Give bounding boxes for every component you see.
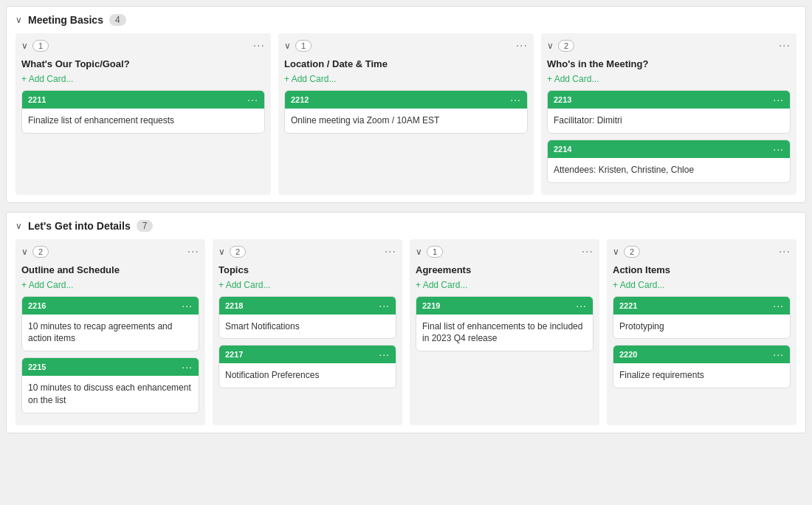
card-menu-icon[interactable]: ··· — [182, 300, 193, 312]
column-count-badge: 1 — [32, 40, 49, 52]
card-menu-icon[interactable]: ··· — [510, 94, 521, 106]
card-header: 2217··· — [219, 346, 396, 363]
add-card-button[interactable]: + Add Card... — [613, 280, 791, 290]
column-chevron-icon[interactable]: ∨ — [21, 247, 28, 257]
card-menu-icon[interactable]: ··· — [773, 94, 784, 106]
card-menu-icon[interactable]: ··· — [773, 300, 784, 312]
column-header: ∨2··· — [613, 245, 791, 258]
card-id: 2220 — [619, 350, 637, 359]
section-header-meeting-basics: ∨Meeting Basics4 — [16, 14, 796, 26]
card-header: 2221··· — [613, 297, 790, 315]
add-card-button[interactable]: + Add Card... — [21, 280, 199, 290]
column-chevron-icon[interactable]: ∨ — [21, 41, 28, 51]
column-menu-icon[interactable]: ··· — [779, 39, 791, 52]
column-chevron-icon[interactable]: ∨ — [416, 247, 422, 257]
section-lets-get-details: ∨Let's Get into Details7∨2···Outline and… — [6, 212, 806, 433]
card: 2218···Smart Notifications — [219, 296, 396, 340]
card-body: 10 minutes to recap agreements and actio… — [22, 315, 199, 351]
column-menu-icon[interactable]: ··· — [516, 39, 528, 52]
card-body: Facilitator: Dimitri — [548, 109, 790, 133]
column-count-badge: 1 — [295, 40, 312, 52]
card: 2221···Prototyping — [613, 296, 791, 340]
column-menu-icon[interactable]: ··· — [779, 245, 791, 258]
column-count-badge: 2 — [32, 246, 49, 258]
chevron-down-icon[interactable]: ∨ — [16, 221, 22, 231]
card-body: 10 minutes to discuss each enhancement o… — [22, 376, 199, 413]
card-body: Online meeting via Zoom / 10AM EST — [285, 109, 527, 133]
column-count-badge: 2 — [624, 246, 640, 258]
card: 2215···10 minutes to discuss each enhanc… — [21, 357, 199, 413]
add-card-button[interactable]: + Add Card... — [416, 280, 593, 290]
card-id: 2221 — [619, 301, 637, 310]
card-menu-icon[interactable]: ··· — [773, 143, 784, 155]
card: 2220···Finalize requirements — [613, 345, 791, 388]
column-menu-icon[interactable]: ··· — [582, 245, 593, 258]
column-title: Agreements — [416, 264, 593, 275]
card-body: Final list of enhancements to be include… — [416, 315, 593, 351]
card-id: 2212 — [291, 95, 309, 104]
column-count-badge: 2 — [230, 246, 246, 258]
column-col-outline: ∨2···Outline and Schedule+ Add Card...22… — [16, 239, 205, 425]
card-id: 2211 — [28, 95, 46, 104]
column-header: ∨2··· — [547, 39, 791, 52]
column-menu-icon[interactable]: ··· — [187, 245, 199, 258]
column-header: ∨1··· — [416, 245, 593, 258]
column-title: Topics — [219, 264, 396, 275]
columns-container: ∨1···What's Our Topic/Goal?+ Add Card...… — [16, 33, 796, 195]
column-col-topics: ∨2···Topics+ Add Card...2218···Smart Not… — [213, 239, 402, 425]
card-id: 2213 — [554, 95, 571, 104]
card-header: 2218··· — [219, 297, 396, 315]
section-title: Let's Get into Details — [28, 220, 131, 232]
column-count-badge: 2 — [558, 40, 574, 52]
column-title: What's Our Topic/Goal? — [21, 58, 265, 69]
card-id: 2215 — [28, 363, 46, 371]
section-title: Meeting Basics — [28, 14, 103, 26]
card-header: 2212··· — [285, 91, 527, 109]
column-chevron-icon[interactable]: ∨ — [284, 41, 291, 51]
column-chevron-icon[interactable]: ∨ — [219, 247, 225, 257]
card-body: Smart Notifications — [219, 315, 396, 339]
column-chevron-icon[interactable]: ∨ — [547, 41, 554, 51]
column-header: ∨1··· — [21, 39, 265, 52]
card: 2213···Facilitator: Dimitri — [547, 90, 791, 134]
card-menu-icon[interactable]: ··· — [379, 348, 390, 360]
add-card-button[interactable]: + Add Card... — [21, 74, 265, 84]
column-header-left: ∨1 — [284, 40, 516, 52]
chevron-down-icon[interactable]: ∨ — [16, 15, 22, 25]
column-title: Action Items — [613, 264, 791, 275]
card-header: 2219··· — [416, 297, 593, 315]
column-chevron-icon[interactable]: ∨ — [613, 247, 619, 257]
column-menu-icon[interactable]: ··· — [385, 245, 396, 258]
card-body: Finalize requirements — [613, 363, 790, 388]
card-menu-icon[interactable]: ··· — [773, 348, 784, 360]
add-card-button[interactable]: + Add Card... — [284, 74, 528, 84]
column-count-badge: 1 — [427, 246, 443, 258]
column-menu-icon[interactable]: ··· — [253, 39, 265, 52]
board: ∨Meeting Basics4∨1···What's Our Topic/Go… — [0, 0, 812, 448]
card: 2214···Attendees: Kristen, Christine, Ch… — [547, 140, 791, 183]
card-id: 2219 — [422, 301, 440, 310]
card-body: Finalize list of enhancement requests — [22, 109, 264, 133]
card-menu-icon[interactable]: ··· — [379, 300, 390, 312]
column-header-left: ∨2 — [613, 246, 779, 258]
card: 2212···Online meeting via Zoom / 10AM ES… — [284, 90, 528, 134]
columns-container: ∨2···Outline and Schedule+ Add Card...22… — [16, 239, 796, 425]
card-menu-icon[interactable]: ··· — [247, 94, 258, 106]
card: 2211···Finalize list of enhancement requ… — [21, 90, 265, 134]
card-menu-icon[interactable]: ··· — [182, 361, 193, 373]
column-header-left: ∨1 — [416, 246, 582, 258]
column-header: ∨1··· — [284, 39, 528, 52]
column-title: Who's in the Meeting? — [547, 58, 791, 69]
section-count-badge: 4 — [109, 14, 126, 26]
column-header-left: ∨2 — [547, 40, 779, 52]
card-menu-icon[interactable]: ··· — [576, 300, 587, 312]
column-header-left: ∨1 — [21, 40, 253, 52]
card-header: 2211··· — [22, 91, 264, 109]
column-header: ∨2··· — [21, 245, 199, 258]
section-count-badge: 7 — [137, 220, 154, 232]
card-header: 2214··· — [548, 140, 790, 158]
column-title: Outline and Schedule — [21, 264, 199, 275]
column-header: ∨2··· — [219, 245, 396, 258]
add-card-button[interactable]: + Add Card... — [219, 280, 396, 290]
add-card-button[interactable]: + Add Card... — [547, 74, 791, 84]
